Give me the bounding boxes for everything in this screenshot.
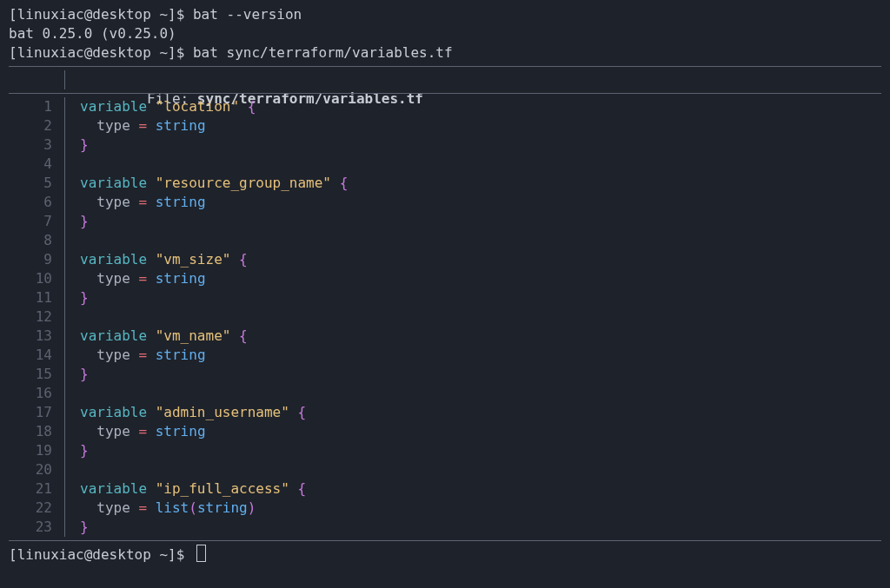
code-line: 9variable "vm_size" {: [9, 250, 881, 269]
line-number: 3: [9, 135, 59, 155]
separator: [59, 384, 71, 403]
code-line: 21variable "ip_full_access" {: [9, 479, 881, 499]
code-line: 19}: [9, 441, 881, 460]
token-attr: [147, 499, 156, 516]
code-line: 4: [9, 155, 881, 174]
separator: [59, 518, 71, 537]
code-body: 1variable "location" {2 type = string3}4…: [9, 97, 881, 537]
ps1-path: ~: [159, 44, 168, 61]
token-brace: }: [80, 289, 89, 306]
code-line: 5variable "resource_group_name" {: [9, 174, 881, 193]
ps1-close: ]$: [168, 546, 193, 563]
line-number: 16: [9, 384, 59, 403]
prompt-line-2: [linuxiac@desktop ~]$ bat sync/terraform…: [9, 43, 881, 63]
ps1-user: linuxiac: [17, 6, 84, 23]
token-brace: }: [80, 366, 89, 382]
code-content: type = string: [71, 269, 206, 288]
ps1-at: @: [84, 6, 93, 23]
token-brace: {: [239, 98, 256, 115]
line-number: 22: [9, 499, 59, 518]
command-2: bat sync/terraform/variables.tf: [193, 44, 453, 61]
token-attr: type: [80, 499, 138, 516]
line-number: 18: [9, 422, 59, 441]
ps1-host: desktop: [92, 6, 150, 23]
code-content: variable "resource_group_name" {: [71, 174, 348, 193]
line-number: 8: [9, 231, 59, 250]
code-content: variable "location" {: [71, 97, 256, 116]
token-paren: (: [189, 499, 197, 516]
file-header-row: File: sync/terraform/variables.tf: [9, 70, 881, 89]
token-str: "ip_full_access": [156, 480, 289, 497]
separator: [59, 365, 71, 384]
ps1-close: ]$: [168, 44, 193, 61]
separator: [59, 288, 71, 307]
file-header: File: sync/terraform/variables.tf: [71, 70, 423, 89]
token-str: "vm_size": [156, 251, 231, 268]
code-content: }: [71, 212, 89, 231]
line-number: 4: [9, 155, 59, 174]
token-eq: =: [138, 194, 147, 210]
line-number: 21: [9, 479, 59, 499]
token-type: string: [147, 347, 205, 363]
code-content: }: [71, 365, 89, 384]
line-number: 9: [9, 250, 59, 269]
rule-bottom: [9, 540, 881, 541]
token-kw: variable: [80, 251, 156, 268]
separator: [59, 174, 71, 193]
code-line: 13variable "vm_name" {: [9, 327, 881, 346]
line-number: 12: [9, 307, 59, 327]
code-line: 20: [9, 460, 881, 479]
token-str: "location": [156, 98, 239, 115]
prompt-line-1: [linuxiac@desktop ~]$ bat --version: [9, 5, 881, 24]
token-brace: }: [80, 213, 89, 229]
token-brace: {: [230, 327, 247, 344]
separator: [59, 155, 71, 174]
ps1-open: [: [9, 44, 17, 61]
token-brace: {: [289, 480, 306, 497]
ps1-host: desktop: [92, 546, 150, 563]
line-number: 2: [9, 116, 59, 135]
token-str: "resource_group_name": [156, 175, 331, 191]
separator: [59, 116, 71, 135]
code-content: variable "ip_full_access" {: [71, 479, 306, 499]
token-attr: type: [80, 270, 138, 287]
code-line: 12: [9, 307, 881, 327]
code-content: type = list(string): [71, 499, 256, 518]
separator: [59, 135, 71, 155]
ps1-host: desktop: [92, 44, 150, 61]
ps1-at: @: [84, 546, 93, 563]
line-number: 19: [9, 441, 59, 460]
token-kw: variable: [80, 175, 156, 191]
code-content: variable "vm_size" {: [71, 250, 248, 269]
code-content: variable "vm_name" {: [71, 327, 248, 346]
token-str: "vm_name": [156, 327, 231, 344]
token-eq: =: [138, 499, 147, 516]
token-attr: type: [80, 423, 138, 439]
code-line: 11}: [9, 288, 881, 307]
code-content: [71, 231, 80, 250]
code-line: 23}: [9, 518, 881, 537]
code-line: 10 type = string: [9, 269, 881, 288]
code-line: 14 type = string: [9, 346, 881, 365]
token-type: string: [147, 423, 205, 439]
code-content: variable "admin_username" {: [71, 403, 306, 422]
line-number: 17: [9, 403, 59, 422]
line-number: 14: [9, 346, 59, 365]
code-line: 3}: [9, 135, 881, 155]
separator: [59, 212, 71, 231]
token-brace: {: [331, 175, 348, 191]
prompt-line-3[interactable]: [linuxiac@desktop ~]$: [9, 545, 881, 565]
token-type: string: [197, 499, 248, 516]
token-str: "admin_username": [156, 404, 289, 420]
token-type: string: [147, 117, 205, 134]
separator: [59, 269, 71, 288]
code-line: 17variable "admin_username" {: [9, 403, 881, 422]
code-line: 1variable "location" {: [9, 97, 881, 116]
separator: [59, 231, 71, 250]
code-content: type = string: [71, 116, 206, 135]
token-brace: {: [230, 251, 247, 268]
line-number: 1: [9, 97, 59, 116]
code-line: 2 type = string: [9, 116, 881, 135]
line-number: 23: [9, 518, 59, 537]
terminal[interactable]: [linuxiac@desktop ~]$ bat --version bat …: [0, 0, 890, 570]
